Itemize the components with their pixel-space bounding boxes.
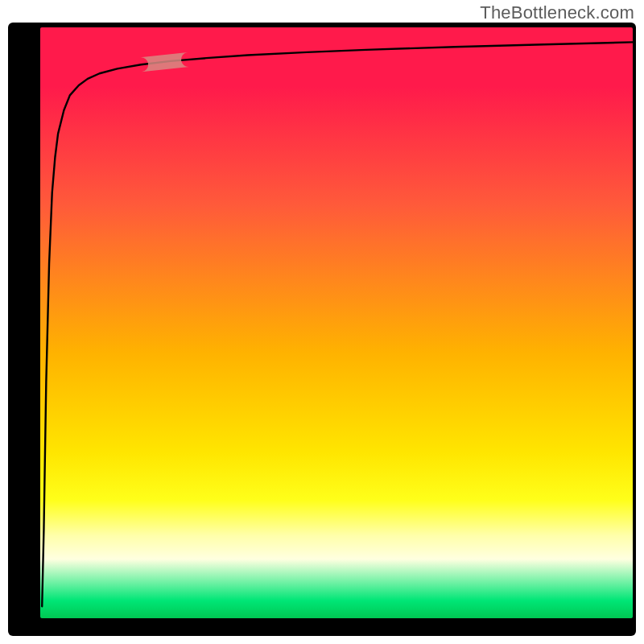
- highlight-capsule: [140, 52, 189, 72]
- chart-frame: [8, 23, 636, 636]
- curve-path: [42, 42, 633, 606]
- chart-stage: TheBottleneck.com: [0, 0, 644, 644]
- curve-layer: [40, 27, 633, 618]
- plot-area: [40, 27, 633, 618]
- watermark-text: TheBottleneck.com: [480, 2, 634, 23]
